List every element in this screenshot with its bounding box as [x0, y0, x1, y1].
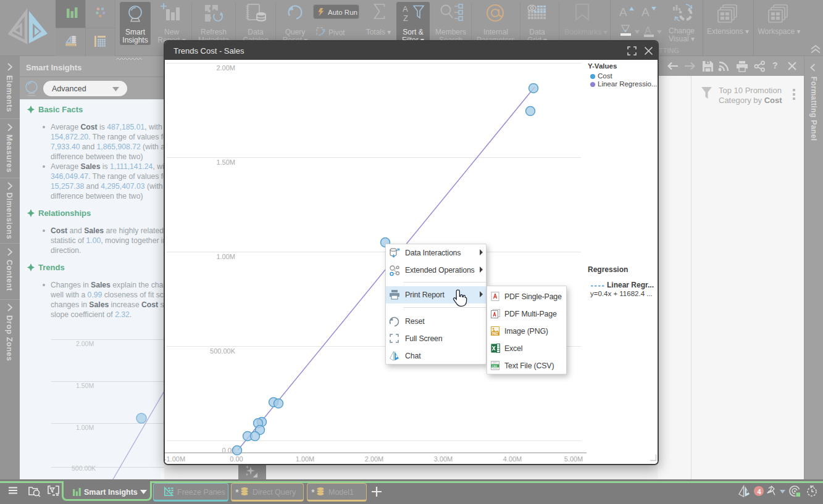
svg-text:PNG: PNG [492, 333, 498, 336]
svg-text:A: A [403, 4, 408, 14]
svg-text:Z: Z [403, 14, 408, 23]
svg-text:CSV: CSV [492, 365, 498, 368]
